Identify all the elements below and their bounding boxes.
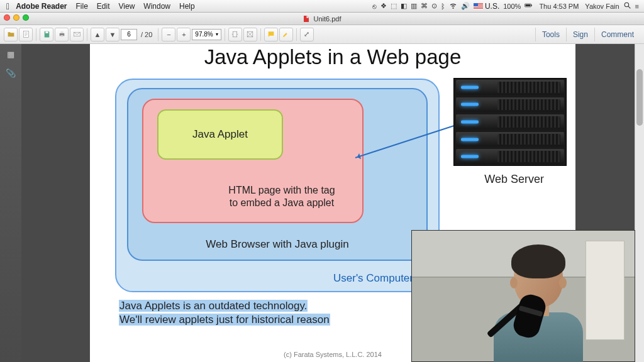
vertical-scrollbar[interactable] xyxy=(635,44,644,362)
window-controls xyxy=(4,14,29,21)
create-pdf-button[interactable] xyxy=(19,28,33,41)
users-computer-box: Java Applet HTML page with the tag to em… xyxy=(115,79,440,292)
menu-file[interactable]: File xyxy=(75,2,87,11)
minimize-button[interactable] xyxy=(13,14,19,21)
zoom-in-button[interactable]: + xyxy=(177,28,191,41)
page-up-button[interactable]: ▲ xyxy=(91,28,104,41)
window-titlebar: Unit6.pdf xyxy=(0,13,644,25)
tools-panel-button[interactable]: Tools xyxy=(535,28,566,41)
battery-pct: 100% xyxy=(503,3,521,10)
menu-window[interactable]: Window xyxy=(143,2,170,11)
webcam-overlay xyxy=(411,230,635,362)
attachments-icon[interactable]: 📎 xyxy=(6,68,16,78)
microphone xyxy=(486,270,555,345)
svg-line-4 xyxy=(628,6,630,8)
app-menu[interactable]: Adobe Reader xyxy=(16,2,67,11)
users-computer-label: User's Computer xyxy=(333,272,413,285)
email-button[interactable] xyxy=(70,28,84,41)
comment-tool-button[interactable] xyxy=(264,28,278,41)
background-door xyxy=(586,241,625,340)
html-page-box: Java Applet HTML page with the tag to em… xyxy=(142,99,364,223)
wifi-icon[interactable] xyxy=(449,1,457,11)
dropbox-icon[interactable]: ⬚ xyxy=(391,2,397,10)
status-icon[interactable]: ◧ xyxy=(401,2,407,10)
svg-rect-8 xyxy=(60,31,63,33)
spotlight-icon[interactable] xyxy=(623,1,631,11)
open-file-button[interactable] xyxy=(4,28,18,41)
close-button[interactable] xyxy=(4,14,10,21)
mac-menubar:  Adobe Reader File Edit View Window Hel… xyxy=(0,0,644,13)
browser-box: Java Applet HTML page with the tag to em… xyxy=(127,88,428,261)
thumbnails-icon[interactable]: ▦ xyxy=(6,49,16,59)
battery-icon[interactable] xyxy=(525,1,533,11)
browser-label: Web Browser with Java plugin xyxy=(128,238,426,251)
volume-icon[interactable]: 🔊 xyxy=(461,2,470,10)
window-title: Unit6.pdf xyxy=(313,15,341,23)
save-button[interactable] xyxy=(40,28,53,41)
sign-panel-button[interactable]: Sign xyxy=(566,28,594,41)
svg-rect-6 xyxy=(45,31,48,33)
zoom-out-button[interactable]: − xyxy=(162,28,175,41)
input-source[interactable]: U.S. xyxy=(474,2,499,11)
zoom-button[interactable] xyxy=(23,14,29,21)
fit-width-button[interactable] xyxy=(228,28,242,41)
apple-menu-icon[interactable]:  xyxy=(6,1,9,11)
status-icon[interactable]: ❖ xyxy=(380,2,387,10)
slide-title: Java Applets in a Web page xyxy=(90,45,575,69)
svg-point-3 xyxy=(625,3,629,7)
user-name[interactable]: Yakov Fain xyxy=(585,3,619,10)
status-icon[interactable]: ⌘ xyxy=(421,2,428,10)
print-button[interactable] xyxy=(55,28,69,41)
html-page-label: HTML page with the tag to embed a Java a… xyxy=(219,184,345,209)
status-icon[interactable]: ⊙ xyxy=(431,2,437,10)
read-mode-button[interactable]: ⤢ xyxy=(300,28,314,41)
bluetooth-icon[interactable]: ᛒ xyxy=(441,3,445,10)
highlight-tool-button[interactable] xyxy=(279,28,293,41)
svg-rect-9 xyxy=(60,35,63,37)
page-number-input[interactable] xyxy=(121,29,137,40)
comment-panel-button[interactable]: Comment xyxy=(594,28,640,41)
menu-help[interactable]: Help xyxy=(179,2,195,11)
status-icon[interactable]: ▥ xyxy=(411,2,417,10)
pdf-file-icon xyxy=(303,15,310,23)
web-server-label: Web Server xyxy=(484,173,544,186)
scrollbar-thumb[interactable] xyxy=(636,69,643,126)
page-down-button[interactable]: ▼ xyxy=(106,28,119,41)
presenter xyxy=(486,244,587,361)
menu-view[interactable]: View xyxy=(119,2,135,11)
status-icon[interactable]: ⎋ xyxy=(372,3,377,10)
footnote-text: Java Applets is an outdated technology. … xyxy=(119,299,330,327)
zoom-readout[interactable]: 97.8%▾ xyxy=(192,29,221,40)
svg-rect-1 xyxy=(526,4,531,6)
fit-page-button[interactable] xyxy=(243,28,257,41)
navigation-pane: ▦ 📎 xyxy=(0,44,21,362)
java-applet-box: Java Applet xyxy=(157,109,283,160)
server-image xyxy=(453,78,567,166)
notifications-icon[interactable]: ≡ xyxy=(635,3,639,10)
svg-rect-11 xyxy=(233,31,237,37)
menu-edit[interactable]: Edit xyxy=(97,2,110,11)
clock[interactable]: Thu 4:53 PM xyxy=(539,3,579,10)
page-total: / 20 xyxy=(141,31,152,38)
svg-rect-2 xyxy=(531,5,532,6)
reader-toolbar: ▲ ▼ / 20 − + 97.8%▾ ⤢ Tools Sign Comment xyxy=(0,25,644,44)
